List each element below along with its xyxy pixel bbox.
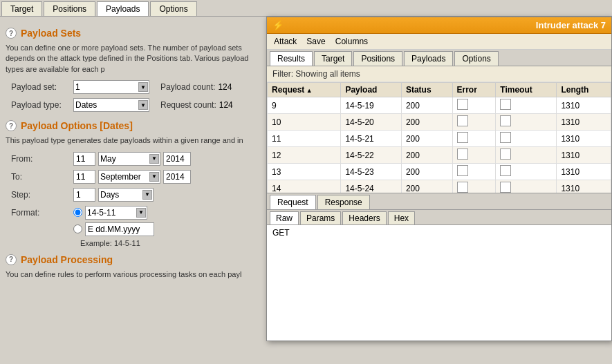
payload-type-label: Payload type:: [11, 100, 73, 110]
request-content: GET: [267, 225, 611, 341]
payload-processing-desc: You can define rules to perform various …: [6, 269, 268, 280]
tab-target[interactable]: Target: [1, 1, 42, 16]
format-row2: [73, 222, 268, 236]
step-unit-wrap: Days ▼: [98, 188, 154, 202]
tab-options[interactable]: Options: [150, 1, 196, 16]
payload-set-label: Payload set:: [11, 82, 73, 92]
to-row: To: September ▼: [6, 170, 268, 184]
payload-type-row: Payload type: Dates ▼ Request count: 124: [6, 98, 268, 112]
to-year-input[interactable]: [163, 170, 191, 184]
to-month-wrap: September ▼: [98, 170, 160, 184]
col-payload[interactable]: Payload: [341, 83, 402, 97]
col-error[interactable]: Error: [452, 83, 496, 97]
format-section: Format: 14-5-11 ▼ Example: 14-5-11: [6, 206, 268, 247]
format-value-wrap: 14-5-11 ▼: [85, 206, 147, 220]
filter-bar: Filter: Showing all items: [267, 66, 611, 82]
from-label: From:: [11, 154, 73, 164]
from-year-input[interactable]: [163, 152, 191, 166]
payload-sets-header: ? Payload Sets: [6, 28, 268, 39]
col-timeout[interactable]: Timeout: [496, 83, 557, 97]
menu-save[interactable]: Save: [302, 35, 329, 48]
intruder-tab-bar: Results Target Positions Payloads Option…: [267, 50, 611, 66]
intruder-title-icon: ⚡: [272, 20, 284, 30]
format-row1: Format: 14-5-11 ▼: [11, 206, 268, 220]
step-unit-select[interactable]: Days: [98, 188, 154, 202]
payload-options-header: ? Payload Options [Dates]: [6, 120, 268, 131]
payload-options-title: Payload Options [Dates]: [21, 120, 133, 131]
payload-sets-title: Payload Sets: [21, 28, 81, 39]
format-radio-1[interactable]: [73, 208, 82, 217]
from-row: From: May ▼: [6, 152, 268, 166]
intruder-menubar: Attack Save Columns: [267, 34, 611, 50]
col-length[interactable]: Length: [557, 83, 611, 97]
request-count-label: Request count:: [160, 100, 216, 110]
intruder-tab-results[interactable]: Results: [270, 51, 313, 66]
results-table-scroll[interactable]: Request Payload Status Error Timeout Len…: [267, 82, 611, 193]
sub-tab-params[interactable]: Params: [300, 211, 341, 224]
table-row[interactable]: 13 14-5-23 200 1310: [268, 164, 611, 180]
payload-sets-help-icon[interactable]: ?: [6, 28, 17, 39]
from-month-wrap: May ▼: [98, 152, 160, 166]
from-day-input[interactable]: [73, 152, 95, 166]
top-tab-bar: Target Positions Payloads Options: [0, 0, 612, 17]
payload-processing-header: ? Payload Processing: [6, 254, 268, 265]
intruder-titlebar: ⚡ Intruder attack 7: [267, 17, 611, 34]
payload-count-label: Payload count:: [160, 82, 215, 92]
table-row[interactable]: 14 14-5-24 200 1310: [268, 180, 611, 193]
step-row: Step: Days ▼: [6, 188, 268, 202]
bottom-tab-response[interactable]: Response: [317, 195, 370, 209]
intruder-tab-positions[interactable]: Positions: [353, 51, 402, 66]
payload-processing-help-icon[interactable]: ?: [6, 254, 17, 265]
to-label: To:: [11, 172, 73, 182]
tab-positions[interactable]: Positions: [44, 1, 95, 16]
intruder-tab-options[interactable]: Options: [454, 51, 498, 66]
table-row[interactable]: 11 14-5-21 200 1310: [268, 131, 611, 147]
tab-payloads[interactable]: Payloads: [97, 1, 149, 16]
bottom-tabs-bar: Request Response: [267, 193, 611, 210]
col-status[interactable]: Status: [401, 83, 452, 97]
from-month-select[interactable]: May: [98, 152, 160, 166]
payload-count-value: 124: [218, 82, 232, 92]
intruder-title: Intruder attack 7: [536, 20, 606, 30]
sub-tab-headers[interactable]: Headers: [342, 211, 386, 224]
payload-processing-title: Payload Processing: [21, 254, 113, 265]
sub-tab-raw[interactable]: Raw: [270, 211, 299, 224]
to-month-select[interactable]: September: [98, 170, 160, 184]
to-day-input[interactable]: [73, 170, 95, 184]
format-label: Format:: [11, 208, 73, 218]
bottom-tab-request[interactable]: Request: [270, 195, 316, 209]
format-radio-2[interactable]: [73, 224, 82, 233]
format-value-select[interactable]: 14-5-11: [85, 206, 147, 220]
step-label: Step:: [11, 190, 73, 200]
request-count-value: 124: [219, 100, 233, 110]
menu-attack[interactable]: Attack: [270, 35, 301, 48]
payload-options-help-icon[interactable]: ?: [6, 120, 17, 131]
sub-tab-hex[interactable]: Hex: [388, 211, 415, 224]
sub-tabs-bar: Raw Params Headers Hex: [267, 210, 611, 225]
menu-columns[interactable]: Columns: [331, 35, 372, 48]
left-panel: ? Payload Sets You can define one or mor…: [0, 17, 273, 363]
payload-type-select-wrap: Dates ▼: [73, 98, 149, 112]
payload-options-desc: This payload type generates date payload…: [6, 135, 268, 146]
intruder-tab-target[interactable]: Target: [314, 51, 352, 66]
payload-type-select[interactable]: Dates: [73, 98, 149, 112]
intruder-window: ⚡ Intruder attack 7 Attack Save Columns …: [266, 17, 612, 341]
payload-sets-desc: You can define one or more payload sets.…: [6, 43, 268, 75]
payload-set-select[interactable]: 1: [73, 80, 149, 94]
step-input[interactable]: [73, 188, 95, 202]
results-table: Request Payload Status Error Timeout Len…: [267, 82, 611, 193]
payload-set-row: Payload set: 1 ▼ Payload count: 124: [6, 80, 268, 94]
table-row[interactable]: 9 14-5-19 200 1310: [268, 97, 611, 114]
col-request[interactable]: Request: [268, 83, 341, 97]
format-example: Example: 14-5-11: [80, 239, 268, 247]
table-row[interactable]: 10 14-5-20 200 1310: [268, 114, 611, 131]
payload-set-select-wrap: 1 ▼: [73, 80, 149, 94]
table-row[interactable]: 12 14-5-22 200 1310: [268, 147, 611, 164]
format-alt-input[interactable]: [85, 222, 154, 236]
intruder-tab-payloads[interactable]: Payloads: [404, 51, 453, 66]
